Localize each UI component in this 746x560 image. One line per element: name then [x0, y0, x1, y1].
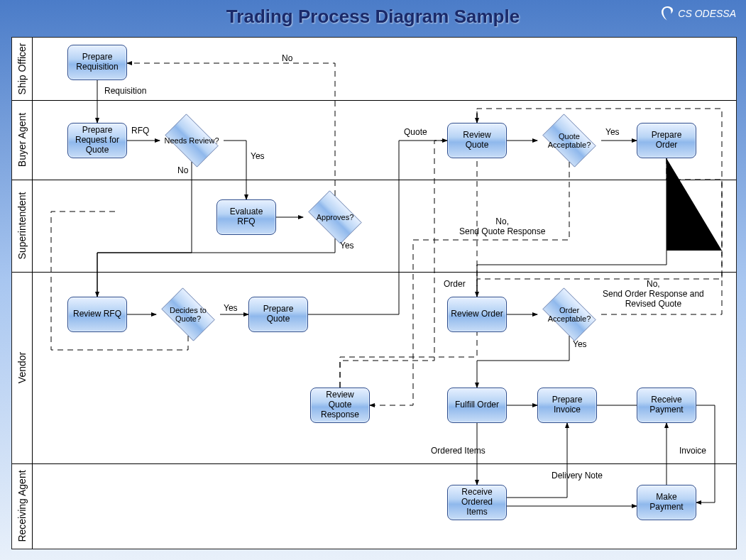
- edge-label-needs-review-yes: Yes: [251, 151, 265, 161]
- task-evaluate-rfq: Evaluate RFQ: [216, 199, 276, 235]
- lane-separator: [12, 463, 736, 464]
- lane-label-superintendent: Superintendent: [12, 180, 32, 272]
- lane-separator: [12, 272, 736, 273]
- swimlane-diagram: Ship Officer Buyer Agent Superintendent …: [11, 37, 737, 549]
- edge-label-delivery-note: Delivery Note: [552, 471, 603, 481]
- decision-quote-acceptable: Quote Acceptable?: [537, 119, 601, 162]
- lane-label-vendor: Vendor: [12, 272, 32, 463]
- task-prepare-quote: Prepare Quote: [248, 297, 308, 332]
- decision-needs-review: Needs Review?: [160, 119, 224, 162]
- task-review-quote: Review Quote: [447, 123, 507, 158]
- decision-decides-to-quote: Decides to Quote?: [156, 293, 220, 336]
- task-prepare-invoice: Prepare Invoice: [537, 388, 597, 423]
- lane-label-buyer-agent: Buyer Agent: [12, 100, 32, 180]
- task-prepare-requisition: Prepare Requisition: [67, 45, 127, 80]
- lane-label-receiving-agent: Receiving Agent: [12, 463, 32, 549]
- decision-order-acceptable: Order Acceptable?: [537, 293, 601, 336]
- edge-label-rfq: RFQ: [131, 126, 149, 136]
- logo-icon: [659, 6, 675, 21]
- task-prepare-rfq: Prepare Request for Quote: [67, 123, 127, 158]
- task-receive-payment: Receive Payment: [637, 388, 696, 423]
- edge-label-needs-review-no: No: [177, 165, 188, 175]
- edge-label-order-acceptable-no: No, Send Order Response and Revised Quot…: [603, 279, 704, 309]
- lane-separator: [12, 100, 736, 101]
- diagram-title: Trading Process Diagram Sample: [0, 6, 746, 28]
- task-review-order: Review Order: [447, 297, 507, 332]
- task-prepare-order: Prepare Order: [637, 123, 696, 158]
- edge-label-decides-yes: Yes: [224, 303, 238, 313]
- edge-label-order: Order: [444, 279, 466, 289]
- task-make-payment: Make Payment: [637, 485, 696, 520]
- edge-label-quote-acceptable-no: No, Send Quote Response: [459, 216, 545, 236]
- task-receive-ordered-items: Receive Ordered Items: [447, 485, 507, 520]
- edge-label-approves-yes: Yes: [340, 241, 354, 251]
- decision-approves: Approves?: [303, 196, 367, 238]
- lane-label-ship-officer: Ship Officer: [12, 38, 32, 100]
- edge-label-quote: Quote: [404, 127, 427, 137]
- edge-label-no-top: No: [282, 53, 292, 63]
- task-review-quote-response: Review Quote Response: [310, 388, 370, 423]
- logo: CS ODESSA: [659, 6, 736, 21]
- lane-label-column: Ship Officer Buyer Agent Superintendent …: [12, 38, 33, 549]
- task-fulfill-order: Fulfill Order: [447, 388, 507, 423]
- edge-label-invoice: Invoice: [679, 446, 706, 456]
- edge-label-quote-acceptable-yes: Yes: [605, 127, 620, 137]
- task-review-rfq: Review RFQ: [67, 297, 127, 332]
- edge-label-ordered-items: Ordered Items: [431, 446, 486, 456]
- lane-separator: [12, 180, 736, 180]
- edge-label-requisition: Requisition: [104, 86, 146, 96]
- edge-label-order-acceptable-yes: Yes: [573, 339, 587, 349]
